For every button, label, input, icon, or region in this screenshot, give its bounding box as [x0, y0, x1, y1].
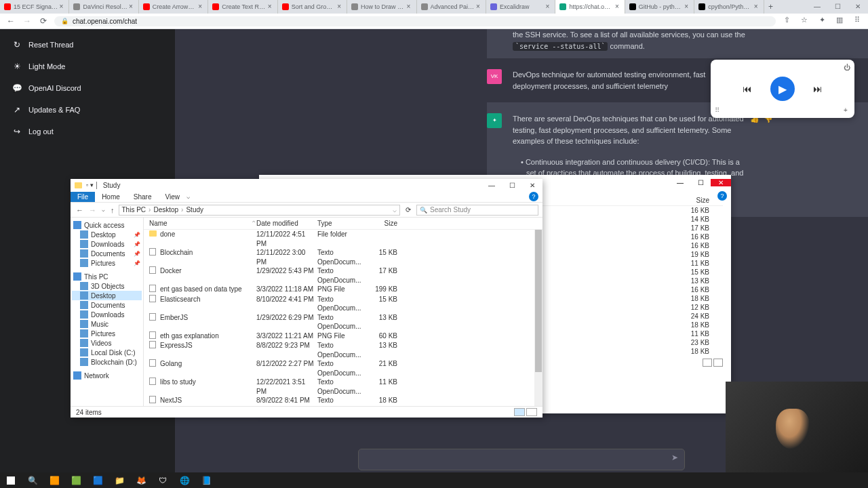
search-input[interactable]: Search Study: [416, 205, 538, 216]
url-field[interactable]: 🔒 chat.openai.com/chat: [54, 16, 776, 26]
search-button[interactable]: 🔍: [22, 472, 43, 488]
prev-track-icon[interactable]: ⏮: [741, 82, 754, 96]
ribbon-tab-file[interactable]: File: [71, 192, 95, 202]
power-icon[interactable]: ⏻: [844, 64, 850, 71]
tab-close-icon[interactable]: ×: [614, 3, 620, 10]
file-row[interactable]: ExpressJS8/8/2022 9:23 PMTexto OpenDocum…: [144, 341, 542, 359]
file-row[interactable]: EmberJS1/29/2022 6:29 PMTexto OpenDocum.…: [144, 313, 542, 331]
view-details-icon[interactable]: [703, 359, 712, 367]
taskbar-app[interactable]: 🟩: [65, 472, 87, 488]
tab-close-icon[interactable]: ×: [544, 3, 551, 10]
tree-item[interactable]: Videos: [72, 338, 142, 348]
file-row[interactable]: Golang8/12/2022 2:27 PMTexto OpenDocum..…: [144, 359, 542, 378]
tree-item[interactable]: This PC: [72, 272, 142, 281]
sidebar-item[interactable]: ↻Reset Thread: [5, 35, 170, 55]
tab-close-icon[interactable]: ×: [683, 3, 690, 10]
browser-tab[interactable]: Advanced Paint Ef×: [417, 0, 486, 14]
column-header-size[interactable]: Size: [368, 220, 397, 227]
ribbon-tab-home[interactable]: Home: [95, 192, 127, 202]
browser-tab[interactable]: Sort and Group M×: [278, 0, 347, 14]
tab-close-icon[interactable]: ×: [197, 3, 203, 10]
column-header-type[interactable]: Type: [317, 220, 368, 227]
taskbar-firefox[interactable]: 🦊: [130, 472, 152, 488]
browser-tab[interactable]: Excalidraw×: [486, 0, 555, 14]
back-button[interactable]: ←: [75, 206, 85, 214]
maximize-button[interactable]: ☐: [690, 179, 711, 186]
refresh-button[interactable]: ⟳: [403, 206, 414, 214]
tree-item[interactable]: Documents📌: [72, 249, 142, 258]
ribbon-tab-share[interactable]: Share: [127, 192, 159, 202]
help-icon[interactable]: ?: [717, 191, 727, 201]
file-row[interactable]: done12/11/2022 4:51 PMFile folder: [144, 230, 542, 248]
close-button[interactable]: ✕: [848, 0, 868, 14]
tree-item[interactable]: Pictures: [72, 329, 142, 338]
browser-tab[interactable]: Create Text Revea×: [208, 0, 277, 14]
browser-tab[interactable]: DaVinci Resolve F×: [69, 0, 138, 14]
maximize-button[interactable]: ☐: [502, 182, 522, 189]
tree-item[interactable]: Downloads📌: [72, 239, 142, 249]
file-row[interactable]: Blockchain12/11/2022 3:00 PMTexto OpenDo…: [144, 248, 542, 266]
column-header-name[interactable]: Name⌃: [149, 220, 256, 227]
tree-item[interactable]: Local Disk (C:): [72, 348, 142, 357]
tab-close-icon[interactable]: ×: [336, 3, 342, 10]
recent-button[interactable]: ⌵: [100, 207, 106, 213]
minimize-button[interactable]: —: [481, 182, 502, 189]
browser-tab[interactable]: GitHub - python/×: [625, 0, 694, 14]
share-icon[interactable]: ⇧: [781, 16, 792, 26]
tree-item[interactable]: Downloads: [72, 310, 142, 319]
chat-input[interactable]: [358, 449, 685, 470]
tree-item[interactable]: Music: [72, 319, 142, 329]
browser-tab[interactable]: cpython/Python D×: [694, 0, 764, 14]
file-row[interactable]: Elasticsearch8/10/2022 4:41 PMTexto Open…: [144, 295, 542, 313]
tree-item[interactable]: Blockchain (D:): [72, 357, 142, 367]
new-tab-button[interactable]: +: [764, 2, 778, 12]
tree-item[interactable]: Desktop📌: [72, 230, 142, 239]
sidebar-item[interactable]: ☀Light Mode: [5, 56, 170, 77]
column-header-size[interactable]: Size: [682, 197, 723, 204]
taskbar-app[interactable]: 📘: [195, 472, 217, 488]
ribbon-tab-view[interactable]: View: [159, 192, 187, 202]
taskbar-app[interactable]: 🟦: [87, 472, 108, 488]
browser-tab[interactable]: How to Draw & P×: [347, 0, 416, 14]
tab-close-icon[interactable]: ×: [58, 3, 64, 10]
file-row[interactable]: ent gas based on data type3/3/2022 11:18…: [144, 285, 542, 295]
bookmark-icon[interactable]: ☆: [799, 16, 810, 26]
maximize-button[interactable]: ☐: [827, 0, 848, 14]
sidepanel-icon[interactable]: ▥: [834, 16, 845, 26]
breadcrumb[interactable]: This PC› Desktop› Study ⌵: [119, 205, 401, 216]
file-row[interactable]: NextJS8/9/2022 8:41 PMTexto OpenDocum...…: [144, 396, 542, 406]
tree-item[interactable]: Quick access: [72, 220, 142, 230]
send-icon[interactable]: ➤: [671, 453, 678, 462]
taskbar-app[interactable]: 🟧: [43, 472, 65, 488]
play-button[interactable]: ▶: [770, 77, 795, 101]
taskbar-brave[interactable]: 🛡: [152, 472, 174, 488]
up-button[interactable]: ↑: [109, 206, 116, 214]
crumb[interactable]: Study: [186, 206, 203, 214]
tab-close-icon[interactable]: ×: [406, 3, 412, 10]
tree-item[interactable]: Desktop: [72, 291, 142, 300]
tab-close-icon[interactable]: ×: [127, 3, 134, 10]
tab-close-icon[interactable]: ×: [475, 3, 481, 10]
sidebar-item[interactable]: ↗Updates & FAQ: [5, 100, 170, 120]
tree-item[interactable]: 3D Objects: [72, 281, 142, 291]
taskbar-chrome[interactable]: 🌐: [174, 472, 195, 488]
close-button[interactable]: ✕: [711, 179, 731, 186]
tab-close-icon[interactable]: ×: [267, 3, 273, 10]
view-large-icon[interactable]: [713, 359, 723, 367]
forward-button[interactable]: →: [87, 206, 98, 214]
view-large-icon[interactable]: [526, 408, 537, 416]
browser-tab[interactable]: Create Arrows usi×: [139, 0, 208, 14]
crumb[interactable]: This PC: [122, 206, 146, 214]
tab-close-icon[interactable]: ×: [753, 3, 760, 10]
reload-button[interactable]: ⟳: [38, 16, 49, 26]
tree-item[interactable]: Pictures📌: [72, 258, 142, 268]
close-button[interactable]: ✕: [522, 182, 542, 189]
help-icon[interactable]: ?: [529, 192, 538, 201]
column-header-date[interactable]: Date modified: [256, 220, 317, 227]
extensions-icon[interactable]: ✦: [816, 16, 827, 26]
next-track-icon[interactable]: ⏭: [811, 82, 825, 96]
scrollbar[interactable]: [534, 230, 542, 406]
add-icon[interactable]: +: [844, 106, 850, 114]
tree-item[interactable]: Documents: [72, 300, 142, 310]
minimize-button[interactable]: —: [807, 0, 827, 14]
